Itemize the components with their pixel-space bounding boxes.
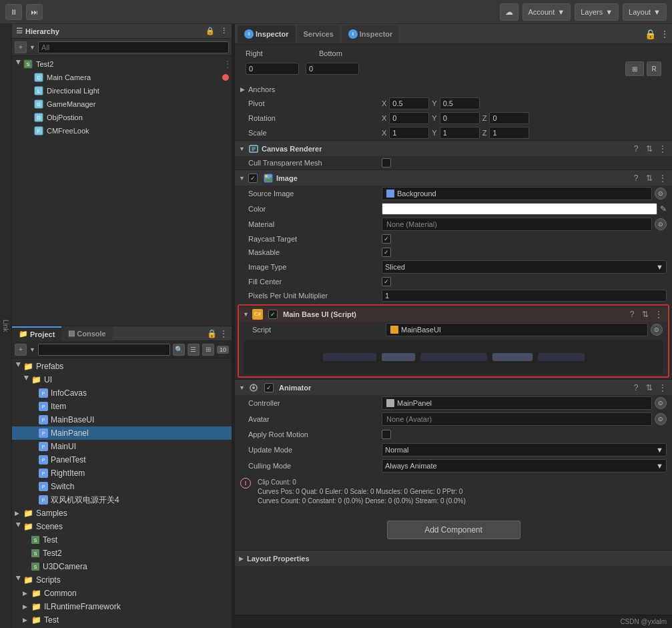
hierarchy-search-input[interactable] [38,41,229,53]
project-item-ilruntime[interactable]: ▶ 📁 ILRuntimeFramework [12,600,232,613]
project-tab[interactable]: 📁 Project [12,326,61,341]
project-item-u3d-camera[interactable]: S U3DCamera [12,560,232,573]
project-item-scripts-test[interactable]: ▶ 📁 Test [12,613,232,627]
project-item-item[interactable]: P Item [12,400,232,413]
animator-kebab-icon[interactable]: ⋮ [657,383,668,392]
hierarchy-add-button[interactable]: + [15,41,27,53]
inspector-lock-icon[interactable]: 🔒 [645,29,656,39]
add-component-button[interactable]: Add Component [387,521,521,539]
canvas-renderer-help-icon[interactable]: ? [631,144,641,153]
bottom-value-input[interactable] [306,63,359,75]
pivot-x-input[interactable] [389,97,429,109]
side-link-button[interactable]: Link [0,317,12,334]
fill-center-checkbox[interactable]: ✓ [382,277,391,286]
cull-transparent-checkbox[interactable] [382,158,391,168]
right-value-input[interactable] [246,63,299,75]
console-tab[interactable]: ▤ Console [61,326,112,341]
project-item-switch[interactable]: P Switch [12,480,232,493]
project-item-ui[interactable]: ▶ 📁 UI [12,373,232,386]
rotation-x-input[interactable] [389,112,429,124]
raycast-target-checkbox[interactable]: ✓ [382,234,391,244]
script-enabled-checkbox[interactable]: ✓ [268,310,278,319]
hierarchy-item-cm-freelook[interactable]: F CMFreeLook [12,124,232,137]
rect-transform-expand-button[interactable]: ⊞ [625,61,644,76]
material-circle-btn[interactable]: ⊙ [655,218,667,230]
project-add-button[interactable]: + [15,344,27,356]
pause-button[interactable]: ⏸ [5,4,22,20]
project-item-panel-test[interactable]: P PanelTest [12,453,232,466]
project-item-scene-test[interactable]: S Test [12,533,232,547]
account-dropdown[interactable]: Account ▼ [523,3,571,21]
image-kebab-icon[interactable]: ⋮ [657,174,668,183]
inspector-tab-1[interactable]: i Inspector [238,25,296,43]
material-field[interactable]: None (Material) [382,218,652,231]
project-item-main-ui[interactable]: P MainUI [12,440,232,453]
inspector-kebab-icon[interactable]: ⋮ [660,29,669,39]
avatar-circle-btn[interactable]: ⊙ [655,413,667,425]
project-search-icon-btn[interactable]: 🔍 [173,344,185,356]
project-filter-button[interactable]: ☰ [188,344,200,356]
cloud-button[interactable]: ☁ [500,3,519,21]
services-tab[interactable]: Services [297,25,340,43]
script-circle-btn[interactable]: ⊙ [651,324,663,336]
color-picker[interactable] [382,203,657,215]
hierarchy-item-obj-position[interactable]: O ObjPostion [12,111,232,124]
project-search-input[interactable] [38,344,170,356]
image-section-header[interactable]: ▼ ✓ Image ? ⇅ ⋮ [235,170,672,186]
project-item-common[interactable]: ▶ 📁 Common [12,587,232,600]
script-settings-icon[interactable]: ⇅ [640,310,651,319]
project-item-samples[interactable]: ▶ 📁 Samples [12,507,232,520]
project-item-scenes[interactable]: ▶ 📁 Scenes [12,520,232,533]
update-mode-dropdown[interactable]: Normal ▼ [382,443,667,456]
pixels-per-unit-input[interactable] [382,290,667,302]
scale-y-input[interactable] [440,127,480,139]
maskable-checkbox[interactable]: ✓ [382,248,391,257]
project-lock-icon[interactable]: 🔒 [207,329,217,338]
layout-dropdown[interactable]: Layout ▼ [623,3,667,21]
project-item-infocavas[interactable]: P InfoCavas [12,386,232,400]
main-base-ui-header[interactable]: ▼ C# ✓ Main Base UI (Script) ? ⇅ ⋮ [239,306,668,322]
script-kebab-icon[interactable]: ⋮ [653,310,664,319]
canvas-renderer-settings-icon[interactable]: ⇅ [644,144,655,153]
hierarchy-item-game-manager[interactable]: G GameManager [12,97,232,111]
hierarchy-lock-icon[interactable]: 🔒 [206,27,215,35]
script-help-icon[interactable]: ? [627,310,637,319]
project-item-main-base-ui[interactable]: P MainBaseUI [12,413,232,426]
hierarchy-item-test2[interactable]: ▶ S Test2 ⋮ [12,57,232,71]
apply-root-motion-checkbox[interactable] [382,430,391,439]
project-view-button[interactable]: ⊞ [202,344,214,356]
animator-settings-icon[interactable]: ⇅ [644,383,655,392]
script-field[interactable]: MainBaseUI [386,323,648,336]
color-pencil-icon[interactable]: ✎ [660,204,667,214]
inspector-scroll-area[interactable]: Right Bottom ⊞ R ▶ Anchors [235,44,672,615]
hierarchy-kebab-icon[interactable]: ⋮ [224,59,232,69]
source-image-circle-btn[interactable]: ⊙ [655,188,667,200]
hierarchy-item-main-camera[interactable]: C Main Camera [12,71,232,84]
rotation-z-input[interactable] [489,112,529,124]
pivot-y-input[interactable] [440,97,480,109]
layers-dropdown[interactable]: Layers ▼ [575,3,619,21]
canvas-renderer-kebab-icon[interactable]: ⋮ [657,144,668,153]
controller-field[interactable]: MainPanel [382,396,652,410]
animator-section-header[interactable]: ▼ ✓ Animator ? ⇅ ⋮ [235,379,672,395]
rect-transform-r-button[interactable]: R [647,61,661,76]
step-button[interactable]: ⏭ [26,4,43,20]
layout-properties-section[interactable]: ▶ Layout Properties [235,550,672,566]
canvas-renderer-header[interactable]: ▼ Canvas Renderer ? ⇅ ⋮ [235,140,672,156]
image-settings-icon[interactable]: ⇅ [644,174,655,183]
image-help-icon[interactable]: ? [631,174,641,183]
animator-enabled-checkbox[interactable]: ✓ [264,383,274,392]
rotation-y-input[interactable] [440,112,480,124]
project-item-prefabs[interactable]: ▶ 📁 Prefabs [12,360,232,373]
scale-x-input[interactable] [389,127,429,139]
controller-circle-btn[interactable]: ⊙ [655,397,667,409]
inspector-tab-3[interactable]: i Inspector [342,25,400,43]
avatar-field[interactable]: None (Avatar) [382,412,652,426]
source-image-field[interactable]: Background [382,187,652,200]
project-kebab-icon[interactable]: ⋮ [220,329,228,338]
culling-mode-dropdown[interactable]: Always Animate ▼ [382,459,667,473]
project-item-right-item[interactable]: P RightItem [12,466,232,480]
image-type-dropdown[interactable]: Sliced ▼ [382,260,667,274]
image-enabled-checkbox[interactable]: ✓ [248,174,258,183]
hierarchy-kebab-icon[interactable]: ⋮ [220,27,228,35]
